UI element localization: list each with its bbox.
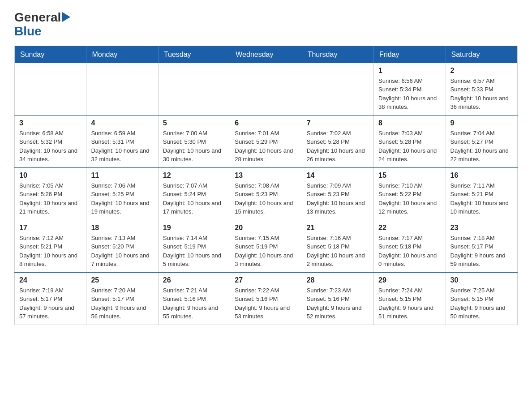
calendar-cell: 10Sunrise: 7:05 AMSunset: 5:26 PMDayligh… [15, 167, 86, 220]
day-info: Sunrise: 7:20 AMSunset: 5:17 PMDaylight:… [91, 286, 153, 321]
weekday-header-tuesday: Tuesday [158, 46, 230, 63]
day-number: 13 [235, 171, 297, 180]
calendar-cell: 6Sunrise: 7:01 AMSunset: 5:29 PMDaylight… [230, 115, 302, 167]
day-number: 25 [91, 276, 153, 284]
day-number: 7 [307, 119, 369, 127]
logo-general-text: General [14, 11, 61, 25]
day-number: 29 [378, 276, 441, 284]
week-row-1: 1Sunrise: 6:56 AMSunset: 5:34 PMDaylight… [15, 63, 518, 116]
day-number: 11 [91, 171, 153, 180]
calendar-cell: 1Sunrise: 6:56 AMSunset: 5:34 PMDaylight… [374, 63, 446, 116]
calendar-cell: 4Sunrise: 6:59 AMSunset: 5:31 PMDaylight… [86, 115, 158, 167]
logo-flag-icon [62, 12, 70, 23]
day-number: 8 [378, 119, 441, 127]
day-info: Sunrise: 7:13 AMSunset: 5:20 PMDaylight:… [91, 234, 153, 269]
day-info: Sunrise: 7:11 AMSunset: 5:21 PMDaylight:… [450, 181, 513, 216]
day-info: Sunrise: 7:22 AMSunset: 5:16 PMDaylight:… [235, 286, 297, 321]
logo: General Blue [14, 11, 70, 39]
day-number: 28 [307, 276, 369, 284]
calendar-cell: 13Sunrise: 7:08 AMSunset: 5:23 PMDayligh… [230, 167, 302, 220]
day-number: 22 [378, 224, 441, 232]
week-row-4: 17Sunrise: 7:12 AMSunset: 5:21 PMDayligh… [15, 220, 518, 272]
day-info: Sunrise: 7:12 AMSunset: 5:21 PMDaylight:… [19, 234, 82, 269]
calendar-cell: 18Sunrise: 7:13 AMSunset: 5:20 PMDayligh… [86, 220, 158, 272]
calendar-cell: 2Sunrise: 6:57 AMSunset: 5:33 PMDaylight… [446, 63, 517, 116]
day-number: 5 [163, 119, 225, 127]
calendar-table: SundayMondayTuesdayWednesdayThursdayFrid… [14, 46, 518, 325]
logo-blue-text: Blue [14, 24, 42, 38]
day-info: Sunrise: 6:57 AMSunset: 5:33 PMDaylight:… [450, 77, 513, 111]
calendar-cell: 29Sunrise: 7:24 AMSunset: 5:15 PMDayligh… [374, 272, 446, 325]
calendar-cell: 30Sunrise: 7:25 AMSunset: 5:15 PMDayligh… [446, 272, 517, 325]
day-info: Sunrise: 7:23 AMSunset: 5:16 PMDaylight:… [307, 286, 369, 321]
day-info: Sunrise: 7:10 AMSunset: 5:22 PMDaylight:… [378, 181, 441, 216]
calendar-cell: 20Sunrise: 7:15 AMSunset: 5:19 PMDayligh… [230, 220, 302, 272]
day-number: 4 [91, 119, 153, 127]
day-info: Sunrise: 7:24 AMSunset: 5:15 PMDaylight:… [378, 286, 441, 321]
day-info: Sunrise: 7:19 AMSunset: 5:17 PMDaylight:… [19, 286, 82, 321]
day-info: Sunrise: 7:08 AMSunset: 5:23 PMDaylight:… [235, 181, 297, 216]
day-number: 27 [235, 276, 297, 284]
calendar-cell: 22Sunrise: 7:17 AMSunset: 5:18 PMDayligh… [374, 220, 446, 272]
calendar-cell: 8Sunrise: 7:03 AMSunset: 5:28 PMDaylight… [374, 115, 446, 167]
day-number: 14 [307, 171, 369, 180]
week-row-2: 3Sunrise: 6:58 AMSunset: 5:32 PMDaylight… [15, 115, 518, 167]
calendar-cell: 15Sunrise: 7:10 AMSunset: 5:22 PMDayligh… [374, 167, 446, 220]
svg-marker-0 [62, 12, 70, 22]
calendar-cell: 27Sunrise: 7:22 AMSunset: 5:16 PMDayligh… [230, 272, 302, 325]
day-number: 10 [19, 171, 82, 180]
day-info: Sunrise: 7:00 AMSunset: 5:30 PMDaylight:… [163, 129, 225, 164]
calendar-cell: 19Sunrise: 7:14 AMSunset: 5:19 PMDayligh… [158, 220, 230, 272]
calendar-cell [86, 63, 158, 116]
day-info: Sunrise: 7:03 AMSunset: 5:28 PMDaylight:… [378, 129, 441, 164]
calendar-cell: 23Sunrise: 7:18 AMSunset: 5:17 PMDayligh… [446, 220, 517, 272]
day-info: Sunrise: 7:01 AMSunset: 5:29 PMDaylight:… [235, 129, 297, 164]
calendar-cell [302, 63, 373, 116]
day-info: Sunrise: 7:05 AMSunset: 5:26 PMDaylight:… [19, 181, 82, 216]
day-number: 15 [378, 171, 441, 180]
header: General Blue [14, 11, 518, 39]
day-number: 6 [235, 119, 297, 127]
day-number: 2 [450, 67, 513, 75]
calendar-cell [15, 63, 86, 116]
day-info: Sunrise: 7:21 AMSunset: 5:16 PMDaylight:… [163, 286, 225, 321]
day-info: Sunrise: 6:56 AMSunset: 5:34 PMDaylight:… [378, 77, 441, 111]
day-info: Sunrise: 7:06 AMSunset: 5:25 PMDaylight:… [91, 181, 153, 216]
calendar-cell: 12Sunrise: 7:07 AMSunset: 5:24 PMDayligh… [158, 167, 230, 220]
calendar-cell: 25Sunrise: 7:20 AMSunset: 5:17 PMDayligh… [86, 272, 158, 325]
weekday-header-friday: Friday [374, 46, 446, 63]
day-number: 24 [19, 276, 82, 284]
week-row-3: 10Sunrise: 7:05 AMSunset: 5:26 PMDayligh… [15, 167, 518, 220]
day-info: Sunrise: 7:14 AMSunset: 5:19 PMDaylight:… [163, 234, 225, 269]
calendar-cell: 28Sunrise: 7:23 AMSunset: 5:16 PMDayligh… [302, 272, 373, 325]
day-number: 21 [307, 224, 369, 232]
day-info: Sunrise: 7:02 AMSunset: 5:28 PMDaylight:… [307, 129, 369, 164]
day-number: 23 [450, 224, 513, 232]
day-number: 9 [450, 119, 513, 127]
day-number: 12 [163, 171, 225, 180]
day-number: 1 [378, 67, 441, 75]
day-info: Sunrise: 7:16 AMSunset: 5:18 PMDaylight:… [307, 234, 369, 269]
day-number: 20 [235, 224, 297, 232]
calendar-cell: 7Sunrise: 7:02 AMSunset: 5:28 PMDaylight… [302, 115, 373, 167]
day-info: Sunrise: 7:18 AMSunset: 5:17 PMDaylight:… [450, 234, 513, 269]
day-info: Sunrise: 7:25 AMSunset: 5:15 PMDaylight:… [450, 286, 513, 321]
day-info: Sunrise: 7:04 AMSunset: 5:27 PMDaylight:… [450, 129, 513, 164]
weekday-header-thursday: Thursday [302, 46, 373, 63]
day-info: Sunrise: 6:59 AMSunset: 5:31 PMDaylight:… [91, 129, 153, 164]
calendar-cell: 26Sunrise: 7:21 AMSunset: 5:16 PMDayligh… [158, 272, 230, 325]
day-number: 16 [450, 171, 513, 180]
weekday-header-saturday: Saturday [446, 46, 517, 63]
calendar-cell: 5Sunrise: 7:00 AMSunset: 5:30 PMDaylight… [158, 115, 230, 167]
weekday-header-monday: Monday [86, 46, 158, 63]
calendar-cell [230, 63, 302, 116]
calendar-cell: 14Sunrise: 7:09 AMSunset: 5:23 PMDayligh… [302, 167, 373, 220]
day-info: Sunrise: 7:15 AMSunset: 5:19 PMDaylight:… [235, 234, 297, 269]
calendar-cell: 3Sunrise: 6:58 AMSunset: 5:32 PMDaylight… [15, 115, 86, 167]
week-row-5: 24Sunrise: 7:19 AMSunset: 5:17 PMDayligh… [15, 272, 518, 325]
calendar-cell [158, 63, 230, 116]
day-number: 3 [19, 119, 82, 127]
day-number: 26 [163, 276, 225, 284]
day-info: Sunrise: 7:17 AMSunset: 5:18 PMDaylight:… [378, 234, 441, 269]
day-info: Sunrise: 7:09 AMSunset: 5:23 PMDaylight:… [307, 181, 369, 216]
